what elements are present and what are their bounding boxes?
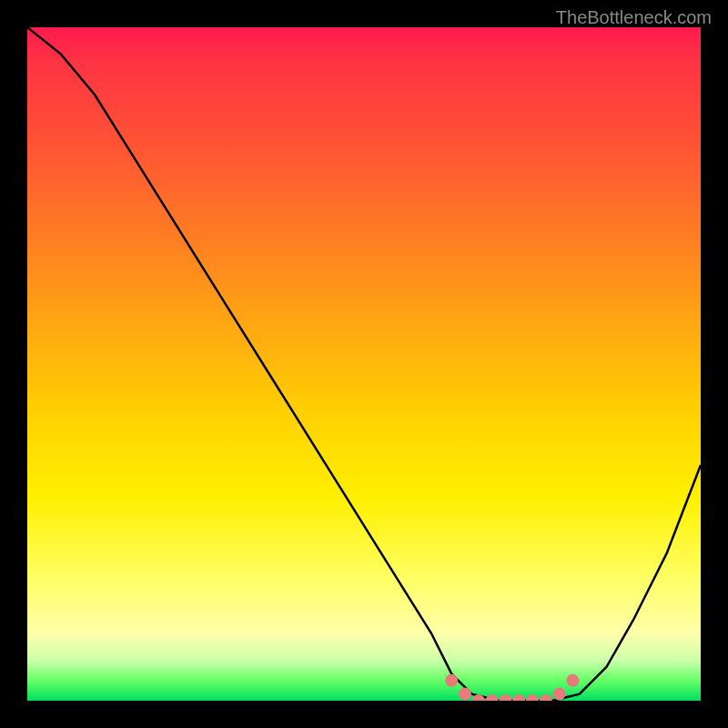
marker-dot [445, 674, 458, 687]
watermark-text: TheBottleneck.com [556, 7, 712, 28]
bottleneck-curve [27, 27, 701, 701]
chart-plot-area [27, 27, 701, 701]
marker-dot [459, 688, 471, 701]
marker-dot [566, 674, 579, 687]
marker-dot [540, 694, 552, 701]
marker-dot [512, 694, 525, 701]
marker-dot [499, 694, 511, 701]
marker-dot [553, 688, 566, 701]
marker-dot [486, 694, 499, 701]
marker-dot [526, 694, 539, 701]
chart-svg [27, 27, 701, 701]
